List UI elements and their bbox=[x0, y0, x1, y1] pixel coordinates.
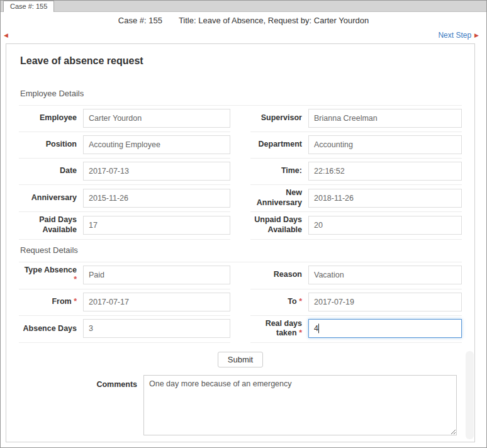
nav-row: ◀ Next Step ▶ bbox=[1, 28, 486, 42]
field-position-label: Position bbox=[19, 140, 83, 150]
department-input[interactable] bbox=[308, 135, 462, 154]
field-employee: Employee bbox=[19, 106, 230, 132]
field-from: From * bbox=[19, 289, 230, 316]
supervisor-input[interactable] bbox=[308, 109, 462, 128]
case-title-bar: Case #: 155 Title: Leave of Absence, Req… bbox=[1, 12, 486, 28]
form-title: Leave of absence request bbox=[20, 55, 462, 67]
case-window: Case #: 155 Case #: 155 Title: Leave of … bbox=[0, 0, 487, 448]
field-department: Department bbox=[250, 132, 462, 159]
previous-step-icon[interactable]: ◀ bbox=[4, 33, 8, 38]
required-marker: * bbox=[19, 275, 77, 285]
type-absence-input[interactable] bbox=[83, 266, 230, 284]
text-cursor bbox=[318, 324, 319, 333]
employee-input[interactable] bbox=[83, 109, 230, 128]
field-time: Time: bbox=[250, 159, 462, 185]
field-type-absence-label: Type Absence * bbox=[19, 266, 83, 285]
next-step-icon: ▶ bbox=[474, 33, 479, 38]
field-to: To * bbox=[250, 289, 462, 316]
field-new-anniversary: New Anniversary bbox=[250, 185, 462, 212]
field-paid-days-label: Paid Days Available bbox=[19, 215, 83, 235]
submit-row: Submit bbox=[19, 352, 462, 367]
required-marker: * bbox=[299, 328, 302, 337]
field-employee-label: Employee bbox=[19, 113, 83, 123]
time-input[interactable] bbox=[308, 162, 462, 181]
field-from-label: From * bbox=[19, 297, 83, 307]
field-supervisor-label: Supervisor bbox=[250, 113, 308, 123]
section-request-details: Request Details bbox=[19, 240, 462, 262]
form-grid: Employee Details Employee Supervisor Pos… bbox=[19, 83, 462, 343]
field-supervisor: Supervisor bbox=[250, 106, 462, 132]
anniversary-input[interactable] bbox=[83, 189, 230, 208]
field-time-label: Time: bbox=[250, 166, 308, 176]
field-to-label: To * bbox=[250, 297, 308, 307]
field-date-label: Date bbox=[19, 166, 83, 176]
required-marker: * bbox=[299, 297, 302, 306]
case-title-label: Title: Leave of Absence, Request by: Car… bbox=[179, 16, 369, 25]
field-new-anniversary-label: New Anniversary bbox=[250, 188, 308, 208]
tab-case-155[interactable]: Case #: 155 bbox=[3, 1, 54, 12]
form-panel: Leave of absence request Employee Detail… bbox=[6, 43, 475, 442]
field-department-label: Department bbox=[250, 140, 308, 150]
field-real-days-taken-label: Real days taken * bbox=[250, 319, 308, 339]
field-reason: Reason bbox=[250, 262, 462, 289]
next-step-label: Next Step bbox=[438, 31, 471, 40]
real-days-taken-input[interactable] bbox=[308, 319, 462, 338]
vertical-scrollbar[interactable] bbox=[466, 351, 474, 439]
field-position: Position bbox=[19, 132, 230, 159]
unpaid-days-input[interactable] bbox=[308, 216, 462, 235]
field-absence-days-label: Absence Days bbox=[19, 324, 83, 334]
field-anniversary-label: Anniversary bbox=[19, 193, 83, 203]
field-absence-days: Absence Days bbox=[19, 316, 230, 343]
paid-days-input[interactable] bbox=[83, 216, 230, 235]
required-marker: * bbox=[74, 297, 77, 306]
field-unpaid-days-label: Unpaid Days Available bbox=[250, 215, 308, 235]
case-number-label: Case #: 155 bbox=[118, 16, 162, 25]
to-input[interactable] bbox=[308, 293, 462, 311]
new-anniversary-input[interactable] bbox=[308, 189, 462, 208]
reason-input[interactable] bbox=[308, 266, 462, 284]
field-type-absence: Type Absence * bbox=[19, 262, 230, 289]
submit-button[interactable]: Submit bbox=[218, 352, 263, 367]
section-employee-details: Employee Details bbox=[19, 83, 462, 106]
absence-days-input[interactable] bbox=[83, 319, 230, 338]
field-date: Date bbox=[19, 159, 230, 185]
field-comments: Comments One day more because of an emer… bbox=[19, 375, 462, 435]
position-input[interactable] bbox=[83, 135, 230, 154]
field-unpaid-days: Unpaid Days Available bbox=[250, 212, 462, 239]
field-paid-days: Paid Days Available bbox=[19, 212, 230, 239]
field-real-days-taken: Real days taken * bbox=[250, 316, 462, 343]
field-comments-label: Comments bbox=[19, 375, 143, 390]
tab-bar: Case #: 155 bbox=[1, 1, 486, 12]
comments-textarea[interactable]: One day more because of an emergency bbox=[143, 375, 457, 435]
from-input[interactable] bbox=[83, 293, 230, 311]
date-input[interactable] bbox=[83, 162, 230, 181]
next-step-link[interactable]: Next Step ▶ bbox=[438, 31, 479, 40]
field-anniversary: Anniversary bbox=[19, 185, 230, 212]
field-reason-label: Reason bbox=[250, 270, 308, 280]
